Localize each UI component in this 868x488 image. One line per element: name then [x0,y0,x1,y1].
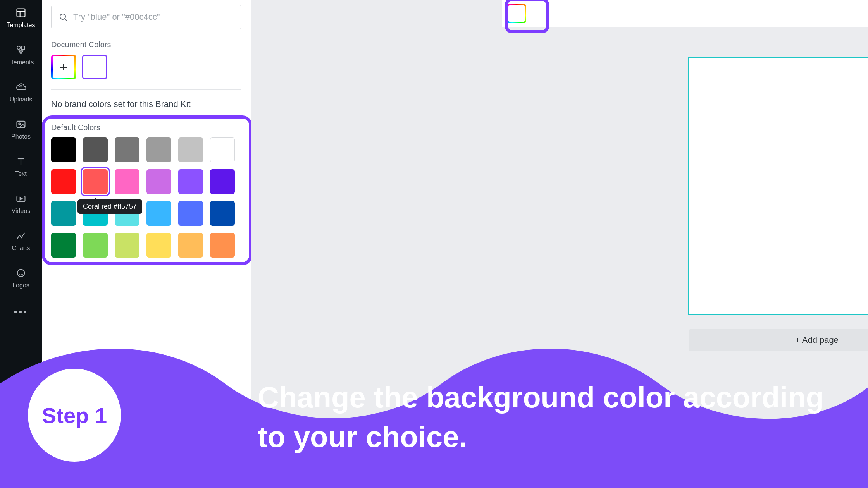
add-page-label: + Add page [795,335,839,345]
svg-text:co.: co. [19,272,23,275]
color-swatch[interactable] [51,233,76,258]
color-swatch[interactable] [146,201,171,226]
rail-label: Logos [12,282,29,289]
color-swatch[interactable] [146,137,171,162]
rail-item-templates[interactable]: Templates [0,3,42,32]
rail-item-logos[interactable]: co. Logos [0,263,42,292]
rail-item-videos[interactable]: Videos [0,189,42,218]
color-swatch[interactable] [210,233,235,258]
color-swatch[interactable] [210,137,235,162]
color-swatch[interactable] [210,169,235,194]
color-swatch[interactable] [146,233,171,258]
svg-line-11 [65,19,67,21]
color-search-box[interactable] [51,5,241,29]
color-swatch[interactable] [115,233,140,258]
color-swatch[interactable] [83,233,108,258]
side-rail: Templates Elements Uploads Photos Text [0,0,42,488]
color-search-input[interactable] [73,12,234,22]
svg-point-3 [17,46,20,49]
color-swatch[interactable] [83,137,108,162]
color-tooltip: Coral red #ff5757 [78,199,142,214]
color-swatch[interactable] [178,201,203,226]
rail-label: Uploads [10,96,33,103]
rail-item-photos[interactable]: Photos [0,115,42,143]
color-swatch[interactable] [115,169,140,194]
rail-item-uploads[interactable]: Uploads [0,77,42,106]
canvas-area: + Add page [251,0,868,488]
rail-label: Text [15,170,26,177]
rail-item-more[interactable]: ••• [0,302,42,321]
text-icon [14,155,28,168]
add-page-button[interactable]: + Add page [689,329,868,351]
background-color-tool[interactable] [507,4,526,23]
color-swatch[interactable] [178,169,203,194]
rail-item-text[interactable]: Text [0,152,42,180]
default-color-grid: Coral red #ff5757 [51,137,241,258]
photos-icon [14,118,28,131]
divider [51,89,241,90]
svg-rect-4 [21,46,24,49]
rail-label: Photos [11,133,31,140]
document-color-swatch[interactable] [82,55,107,79]
uploads-icon [14,81,28,94]
svg-rect-0 [17,9,25,17]
more-icon: ••• [14,305,28,318]
color-swatch[interactable] [146,169,171,194]
plus-icon: + [53,56,74,78]
logos-icon: co. [14,266,28,280]
color-swatch[interactable] [51,201,76,226]
rail-label: Charts [12,245,30,252]
color-swatch[interactable] [178,233,203,258]
canvas-page[interactable] [689,58,868,314]
color-swatch[interactable] [210,201,235,226]
elements-icon [14,43,28,57]
search-icon [59,12,68,22]
add-color-button[interactable]: + [51,55,76,79]
color-panel: Document Colors + No brand colors set fo… [42,0,251,488]
color-swatch[interactable] [178,137,203,162]
svg-point-6 [19,123,21,125]
brandkit-empty-message: No brand colors set for this Brand Kit [51,99,241,109]
svg-point-10 [60,14,65,19]
editor-toolbar [502,0,868,27]
default-colors-title: Default Colors [51,123,241,132]
document-colors-title: Document Colors [51,40,241,49]
templates-icon [14,6,28,19]
color-swatch[interactable] [51,137,76,162]
rail-item-charts[interactable]: Charts [0,226,42,255]
videos-icon [14,192,28,205]
color-swatch[interactable]: Coral red #ff5757 [83,169,108,194]
charts-icon [14,229,28,242]
rail-label: Templates [7,22,35,29]
color-swatch[interactable] [51,169,76,194]
rail-label: Elements [8,59,34,66]
rail-item-elements[interactable]: Elements [0,40,42,69]
color-swatch[interactable] [115,137,140,162]
rail-label: Videos [12,208,31,215]
